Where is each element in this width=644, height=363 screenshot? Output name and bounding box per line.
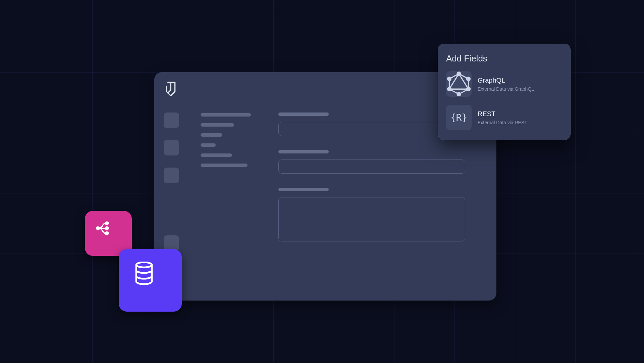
svg-point-6 bbox=[448, 87, 451, 91]
textarea-input[interactable] bbox=[278, 197, 465, 241]
placeholder-bar bbox=[278, 188, 329, 191]
integration-chip-database bbox=[119, 249, 182, 312]
graphql-icon bbox=[446, 71, 472, 97]
svg-point-2 bbox=[457, 72, 461, 76]
sidebar-item[interactable] bbox=[164, 140, 179, 155]
primary-sidebar bbox=[164, 112, 179, 251]
option-subtitle: External Data via REST bbox=[478, 120, 527, 125]
svg-point-7 bbox=[448, 77, 451, 81]
placeholder-bar bbox=[201, 153, 232, 157]
placeholder-bar bbox=[201, 143, 216, 147]
sidebar-item[interactable] bbox=[164, 235, 179, 251]
placeholder-bar bbox=[201, 164, 248, 167]
option-subtitle: External Data via GraphQL bbox=[478, 86, 534, 92]
rest-glyph: {R} bbox=[450, 112, 468, 123]
popover-title: Add Fields bbox=[446, 53, 562, 64]
placeholder-bar bbox=[278, 150, 329, 153]
svg-point-5 bbox=[457, 92, 461, 96]
svg-point-3 bbox=[467, 77, 470, 81]
svg-point-4 bbox=[467, 87, 470, 91]
sidebar-item[interactable] bbox=[164, 168, 179, 183]
option-graphql[interactable]: GraphQL External Data via GraphQL bbox=[446, 71, 562, 105]
svg-marker-1 bbox=[449, 74, 469, 89]
app-logo-icon bbox=[164, 81, 178, 97]
add-fields-popover: Add Fields GraphQL External Data via Gra… bbox=[438, 44, 571, 140]
database-icon bbox=[134, 262, 167, 299]
text-input[interactable] bbox=[278, 122, 465, 136]
text-input[interactable] bbox=[278, 160, 465, 174]
placeholder-bar bbox=[201, 133, 222, 137]
secondary-sidebar bbox=[201, 113, 251, 167]
placeholder-bar bbox=[201, 113, 251, 117]
network-icon bbox=[94, 220, 122, 247]
option-rest[interactable]: {R} REST External Data via REST bbox=[446, 105, 562, 132]
placeholder-bar bbox=[201, 123, 234, 127]
form-field bbox=[278, 150, 486, 174]
placeholder-bar bbox=[278, 112, 329, 116]
svg-point-12 bbox=[136, 262, 152, 267]
rest-icon: {R} bbox=[446, 105, 472, 130]
form-field bbox=[278, 188, 486, 241]
option-title: GraphQL bbox=[478, 77, 534, 84]
option-title: REST bbox=[478, 110, 527, 118]
sidebar-item[interactable] bbox=[164, 112, 179, 128]
